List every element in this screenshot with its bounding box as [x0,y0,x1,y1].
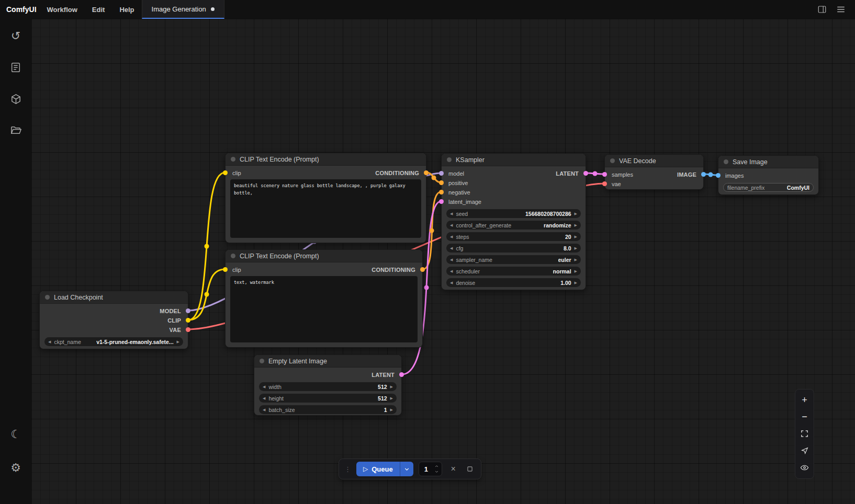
widget-width[interactable]: ◀ width 512 ▶ [259,382,397,391]
decrement-arrow-icon[interactable]: ◀ [450,269,453,273]
output-port-conditioning[interactable] [424,170,429,175]
decrement-arrow-icon[interactable]: ◀ [48,340,51,343]
prompt-textarea[interactable]: text, watermark [230,276,418,342]
widget-height[interactable]: ◀ height 512 ▶ [259,394,397,403]
output-port-image[interactable] [701,172,706,177]
widget-ckpt-name[interactable]: ◀ ckpt_name v1-5-pruned-emaonly.safete..… [44,337,183,346]
collapse-dot[interactable] [724,159,728,164]
decrement-arrow-icon[interactable]: ◀ [450,246,453,250]
input-port-negative[interactable] [439,190,444,194]
node-header[interactable]: Load Checkpoint [40,291,188,304]
output-port-model[interactable] [186,308,190,313]
node-header[interactable]: CLIP Text Encode (Prompt) [226,153,426,166]
decrement-arrow-icon[interactable]: ◀ [450,258,453,261]
collapse-dot[interactable] [260,359,264,363]
increment-arrow-icon[interactable]: ▶ [390,385,393,388]
collapse-dot[interactable] [447,157,452,162]
toggle-link-visibility-button[interactable] [798,461,812,475]
queue-button[interactable]: ▷ Queue [356,462,400,476]
decrement-arrow-icon[interactable]: ◀ [450,235,453,238]
input-port-vae[interactable] [602,181,607,186]
increment-arrow-icon[interactable]: ▶ [177,340,179,343]
output-port-clip[interactable] [186,318,190,323]
increment-arrow-icon[interactable]: ▶ [575,235,577,238]
fit-view-button[interactable] [798,427,812,441]
menu-workflow[interactable]: Workflow [47,6,77,14]
decrement-arrow-icon[interactable]: ◀ [450,223,453,227]
widget-filename-prefix[interactable]: filename_prefix ComfyUI [723,183,814,192]
output-port-vae[interactable] [186,327,190,332]
input-port-latent-image[interactable] [439,199,444,204]
output-port-conditioning[interactable] [420,267,425,272]
input-port-images[interactable] [716,173,721,178]
decrement-arrow-icon[interactable]: ◀ [450,212,453,215]
output-port-latent[interactable] [399,372,404,377]
collapse-dot[interactable] [231,157,235,162]
zoom-out-button[interactable]: − [798,410,812,424]
sidebar-item-history[interactable]: ↺ [8,28,24,44]
node-save-image[interactable]: Save Image images filename_prefix ComfyU… [718,155,819,195]
decrement-arrow-icon[interactable]: ◀ [263,408,265,411]
node-vae-decode[interactable]: VAE Decode samples IMAGE vae [604,154,704,190]
input-port-clip[interactable] [223,267,228,272]
node-clip-text-encode-positive[interactable]: CLIP Text Encode (Prompt) clip CONDITION… [225,153,426,243]
output-port-latent[interactable] [583,171,588,176]
collapse-dot[interactable] [45,295,50,300]
toggle-panel-button[interactable] [815,3,829,16]
decrement-arrow-icon[interactable]: ◀ [450,281,453,284]
hamburger-menu-button[interactable] [834,3,848,16]
node-header[interactable]: VAE Decode [605,155,703,167]
increment-arrow-icon[interactable]: ▶ [575,281,577,284]
widget-seed[interactable]: ◀ seed 156680208700286 ▶ [446,209,581,218]
menu-edit[interactable]: Edit [92,6,105,14]
node-load-checkpoint[interactable]: Load Checkpoint MODEL CLIP VAE ◀ ckpt_na… [39,291,188,349]
app-logo[interactable]: ComfyUI [0,0,44,19]
zoom-in-button[interactable]: + [798,393,812,407]
theme-toggle-button[interactable]: ☾ [8,427,24,442]
chevron-up-icon[interactable] [434,464,439,468]
settings-button[interactable]: ⚙ [8,460,24,476]
sidebar-item-queue[interactable] [8,60,24,75]
increment-arrow-icon[interactable]: ▶ [575,223,577,227]
tab-image-generation[interactable]: Image Generation [142,0,224,19]
node-empty-latent-image[interactable]: Empty Latent Image LATENT ◀ width 512 ▶ … [254,354,402,416]
sidebar-item-node-library[interactable] [8,91,24,107]
drag-handle-icon[interactable]: ⋮ [344,466,351,473]
clear-queue-button[interactable]: × [447,463,459,475]
input-port-clip[interactable] [223,170,228,175]
sidebar-item-workflows[interactable] [8,122,24,138]
select-mode-button[interactable] [798,444,812,457]
input-port-model[interactable] [439,171,444,176]
input-port-samples[interactable] [602,172,607,177]
decrement-arrow-icon[interactable]: ◀ [263,385,265,388]
node-clip-text-encode-negative[interactable]: CLIP Text Encode (Prompt) clip CONDITION… [225,249,423,348]
widget-batch-size[interactable]: ◀ batch_size 1 ▶ [259,405,397,414]
increment-arrow-icon[interactable]: ▶ [575,212,577,215]
widget-scheduler[interactable]: ◀ scheduler normal ▶ [446,267,581,276]
increment-arrow-icon[interactable]: ▶ [575,246,577,250]
increment-arrow-icon[interactable]: ▶ [390,408,393,411]
chevron-down-icon[interactable] [434,469,439,474]
increment-arrow-icon[interactable]: ▶ [575,269,577,273]
prompt-textarea[interactable]: beautiful scenery nature glass bottle la… [230,179,421,238]
batch-count-stepper[interactable]: 1 [419,462,442,476]
node-ksampler[interactable]: KSampler model LATENT positive negative … [441,153,586,290]
collapse-dot[interactable] [610,158,615,163]
decrement-arrow-icon[interactable]: ◀ [263,396,265,400]
node-header[interactable]: KSampler [442,154,586,166]
widget-control-after-generate[interactable]: ◀ control_after_generate randomize ▶ [446,221,581,230]
widget-sampler-name[interactable]: ◀ sampler_name euler ▶ [446,255,581,264]
menu-help[interactable]: Help [119,6,134,14]
increment-arrow-icon[interactable]: ▶ [575,258,577,261]
collapse-dot[interactable] [231,254,235,258]
widget-steps[interactable]: ◀ steps 20 ▶ [446,232,581,241]
widget-denoise[interactable]: ◀ denoise 1.00 ▶ [446,278,581,287]
node-header[interactable]: Empty Latent Image [254,355,401,368]
node-header[interactable]: CLIP Text Encode (Prompt) [226,250,422,262]
increment-arrow-icon[interactable]: ▶ [390,396,393,400]
node-header[interactable]: Save Image [718,156,818,168]
input-port-positive[interactable] [439,180,444,185]
stop-button[interactable] [464,463,476,475]
queue-options-button[interactable] [400,462,413,476]
widget-cfg[interactable]: ◀ cfg 8.0 ▶ [446,244,581,253]
